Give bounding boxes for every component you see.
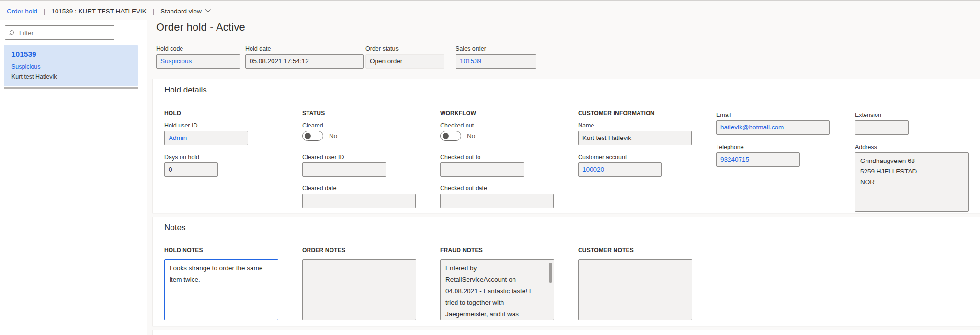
checked-out-date-field: Checked out date <box>440 185 554 208</box>
breadcrumb: Order hold | 101539 : KURT TEST HATLEVIK… <box>0 1 980 21</box>
customer-name-field: Name Kurt test Hatlevik <box>578 122 692 145</box>
chevron-down-icon <box>205 7 210 12</box>
checked-out-to-field: Checked out to <box>440 154 524 177</box>
breadcrumb-app-link[interactable]: Order hold <box>7 8 37 15</box>
list-item-order-id: 101539 <box>11 50 36 58</box>
days-on-hold-label: Days on hold <box>164 154 218 161</box>
cleared-date-field: Cleared date <box>302 185 416 208</box>
order-status-value: Open order <box>365 54 444 69</box>
hold-code-field: Hold code Suspicious <box>156 46 240 69</box>
list-item-selected[interactable]: 101539 Suspicious Kurt test Hatlevik <box>4 45 138 86</box>
group-header-customer-information: CUSTOMER INFORMATION <box>578 110 655 116</box>
telephone-label: Telephone <box>716 144 800 150</box>
email-label: Email <box>716 112 830 118</box>
customer-notes-label: CUSTOMER NOTES <box>578 247 634 254</box>
breadcrumb-separator: | <box>153 8 155 15</box>
checked-out-date-input[interactable] <box>440 194 554 208</box>
breadcrumb-separator: | <box>44 8 46 15</box>
cleared-toggle-state: No <box>329 132 337 139</box>
days-on-hold-field: Days on hold 0 <box>164 154 218 177</box>
next-section-partial <box>152 330 980 335</box>
hold-notes-text: Looks strange to order the same item twi… <box>170 265 262 283</box>
page-title: Order hold - Active <box>156 21 245 34</box>
section-divider <box>153 105 980 105</box>
hold-date-field: Hold date 05.08.2021 17:54:12 <box>245 46 364 69</box>
cleared-date-label: Cleared date <box>302 185 416 192</box>
fraud-notes-textarea[interactable]: Entered by RetailServiceAccount on 04.08… <box>440 259 554 320</box>
checked-out-field: Checked out No <box>440 122 475 141</box>
order-notes-textarea[interactable] <box>302 259 416 320</box>
telephone-input[interactable]: 93240715 <box>716 152 800 167</box>
cleared-date-input[interactable] <box>302 194 416 208</box>
filter-box <box>5 25 114 40</box>
sales-order-label: Sales order <box>456 46 536 52</box>
extension-input[interactable] <box>855 120 909 135</box>
order-notes-label: ORDER NOTES <box>302 247 345 254</box>
list-item-hold-code: Suspicious <box>11 63 40 70</box>
days-on-hold-input[interactable]: 0 <box>164 162 218 177</box>
hold-code-label: Hold code <box>156 46 240 52</box>
hold-date-input[interactable]: 05.08.2021 17:54:12 <box>245 54 364 69</box>
hold-notes-label: HOLD NOTES <box>164 247 203 254</box>
hold-user-id-field: Hold user ID Admin <box>164 122 248 145</box>
email-input[interactable]: hatlevik@hotmail.com <box>716 120 830 135</box>
sales-order-input[interactable]: 101539 <box>456 54 536 69</box>
address-textarea[interactable]: Grindhaugveien 68 5259 HJELLESTAD NOR <box>855 152 969 212</box>
checked-out-label: Checked out <box>440 122 475 129</box>
notes-section-title[interactable]: Notes <box>164 223 185 232</box>
cleared-toggle[interactable] <box>302 131 323 141</box>
view-selector[interactable]: Standard view <box>160 8 210 15</box>
fraud-notes-text: Entered by RetailServiceAccount on 04.08… <box>445 263 549 320</box>
cleared-user-id-input[interactable] <box>302 162 386 177</box>
toggle-knob-icon <box>305 133 311 139</box>
search-icon <box>9 30 14 35</box>
checked-out-to-input[interactable] <box>440 162 524 177</box>
hold-details-section-title[interactable]: Hold details <box>164 85 207 95</box>
list-item-customer-name: Kurt test Hatlevik <box>11 73 57 80</box>
sales-order-field: Sales order 101539 <box>456 46 536 69</box>
filter-input[interactable] <box>18 29 102 37</box>
group-header-hold: HOLD <box>164 110 181 116</box>
checked-out-toggle[interactable] <box>440 131 461 141</box>
extension-field: Extension <box>855 112 909 135</box>
checked-out-to-label: Checked out to <box>440 154 524 161</box>
cleared-label: Cleared <box>302 122 337 129</box>
hold-details-section: Hold details HOLD STATUS WORKFLOW CUSTOM… <box>152 79 980 213</box>
customer-notes-textarea[interactable] <box>578 259 692 320</box>
hold-code-input[interactable]: Suspicious <box>156 54 240 69</box>
address-field: Address Grindhaugveien 68 5259 HJELLESTA… <box>855 144 969 212</box>
notes-section: Notes HOLD NOTES ORDER NOTES FRAUD NOTES… <box>152 217 980 326</box>
vertical-scrollbar-thumb[interactable] <box>549 263 552 283</box>
customer-name-label: Name <box>578 122 692 129</box>
order-status-label: Order status <box>365 46 444 52</box>
fraud-notes-label: FRAUD NOTES <box>440 247 483 254</box>
hold-date-label: Hold date <box>245 46 364 52</box>
customer-account-label: Customer account <box>578 154 662 161</box>
cleared-field: Cleared No <box>302 122 337 141</box>
section-divider <box>153 243 980 243</box>
horizontal-scrollbar[interactable] <box>4 87 138 89</box>
order-status-field: Order status Open order <box>365 46 444 69</box>
address-label: Address <box>855 144 969 150</box>
cleared-user-id-field: Cleared user ID <box>302 154 386 177</box>
record-list-panel: 101539 Suspicious Kurt test Hatlevik <box>0 20 147 335</box>
toggle-knob-icon <box>443 133 449 139</box>
checked-out-date-label: Checked out date <box>440 185 554 192</box>
hold-user-id-label: Hold user ID <box>164 122 248 129</box>
group-header-workflow: WORKFLOW <box>440 110 476 116</box>
checked-out-toggle-state: No <box>467 132 475 139</box>
telephone-field: Telephone 93240715 <box>716 144 800 167</box>
extension-label: Extension <box>855 112 909 118</box>
email-field: Email hatlevik@hotmail.com <box>716 112 830 135</box>
customer-account-field: Customer account 100020 <box>578 154 662 177</box>
hold-notes-textarea[interactable]: Looks strange to order the same item twi… <box>164 259 278 320</box>
customer-name-input[interactable]: Kurt test Hatlevik <box>578 131 692 145</box>
breadcrumb-record: 101539 : KURT TEST HATLEVIK <box>51 8 146 15</box>
view-selector-label: Standard view <box>160 8 202 15</box>
hold-user-id-input[interactable]: Admin <box>164 131 248 145</box>
customer-account-input[interactable]: 100020 <box>578 162 662 177</box>
order-hold-page: Order hold | 101539 : KURT TEST HATLEVIK… <box>0 0 980 335</box>
group-header-status: STATUS <box>302 110 325 116</box>
cleared-user-id-label: Cleared user ID <box>302 154 386 161</box>
